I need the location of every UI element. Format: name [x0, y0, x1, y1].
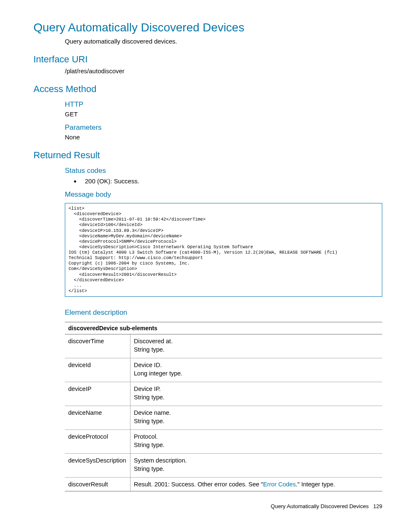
- elem-name: deviceName: [65, 406, 130, 430]
- elem-name: discoverTime: [65, 334, 130, 358]
- section-returned-result-heading: Returned Result: [33, 150, 382, 161]
- page-content: Query Automatically Discovered Devices Q…: [0, 0, 399, 522]
- table-header: discoveredDevice sub-elements: [65, 322, 382, 334]
- elem-name: discoverResult: [65, 478, 130, 491]
- table-header-row: discoveredDevice sub-elements: [65, 322, 382, 334]
- elem-name: deviceSysDescription: [65, 454, 130, 478]
- table-row: deviceProtocol Protocol. String type.: [65, 430, 382, 454]
- status-code-item: 200 (OK): Success.: [81, 177, 382, 185]
- elem-desc: Protocol. String type.: [130, 430, 383, 454]
- error-codes-link[interactable]: Error Codes: [263, 481, 296, 488]
- page-footer: Query Automatically Discovered Devices 1…: [33, 503, 382, 509]
- table-row: deviceId Device ID. Long integer type.: [65, 358, 382, 382]
- page-title: Query Automatically Discovered Devices: [33, 21, 382, 34]
- table-row: discoverTime Discovered at. String type.: [65, 334, 382, 358]
- status-codes-heading: Status codes: [65, 167, 382, 175]
- parameters-heading: Parameters: [65, 123, 382, 132]
- elem-desc: Device IP. String type.: [130, 382, 383, 406]
- elem-name: deviceProtocol: [65, 430, 130, 454]
- elem-desc: System description. String type.: [130, 454, 383, 478]
- interface-uri-value: /plat/res/autodiscover: [65, 67, 382, 75]
- elem-desc: Device ID. Long integer type.: [130, 358, 383, 382]
- element-description-table: discoveredDevice sub-elements discoverTi…: [65, 322, 382, 491]
- element-description-heading: Element description: [65, 308, 382, 317]
- http-value: GET: [65, 111, 382, 118]
- table-row: deviceName Device name. String type.: [65, 406, 382, 430]
- message-body-heading: Message body: [65, 190, 382, 199]
- section-access-method-heading: Access Method: [33, 84, 382, 95]
- message-body-code: <list> <discoveredDevice> <discoverTime>…: [65, 203, 382, 297]
- elem-name: deviceId: [65, 358, 130, 382]
- section-interface-uri-heading: Interface URI: [33, 54, 382, 65]
- elem-name: deviceIP: [65, 382, 130, 406]
- http-heading: HTTP: [65, 100, 382, 109]
- table-row: discoverResult Result. 2001: Success. Ot…: [65, 478, 382, 491]
- elem-desc: Device name. String type.: [130, 406, 383, 430]
- footer-title: Query Automatically Discovered Devices: [271, 503, 368, 509]
- table-row: deviceSysDescription System description.…: [65, 454, 382, 478]
- elem-desc: Discovered at. String type.: [130, 334, 383, 358]
- elem-desc: Result. 2001: Success. Other error codes…: [130, 478, 383, 491]
- status-codes-list: 200 (OK): Success.: [65, 177, 382, 185]
- parameters-value: None: [65, 134, 382, 141]
- footer-page-number: 129: [373, 503, 382, 509]
- table-row: deviceIP Device IP. String type.: [65, 382, 382, 406]
- intro-text: Query automatically discovered devices.: [65, 38, 382, 45]
